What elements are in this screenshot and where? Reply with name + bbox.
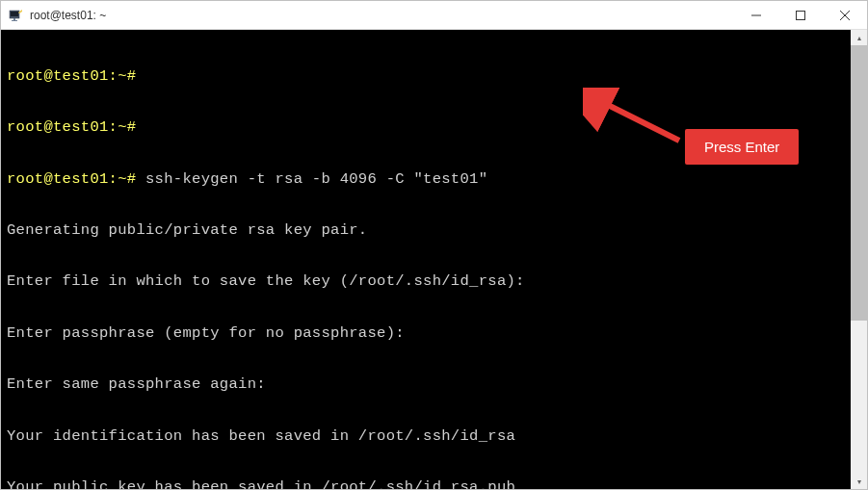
annotation-callout: Press Enter xyxy=(606,90,799,165)
scrollbar-thumb[interactable] xyxy=(851,45,867,321)
putty-icon xyxy=(9,8,24,23)
svg-rect-5 xyxy=(797,11,805,19)
svg-rect-3 xyxy=(12,20,17,21)
svg-rect-1 xyxy=(11,12,18,16)
vertical-scrollbar[interactable]: ▴ ▾ xyxy=(851,30,867,489)
titlebar[interactable]: root@test01: ~ xyxy=(1,1,867,30)
output-line: Generating public/private rsa key pair. xyxy=(7,222,861,240)
maximize-button[interactable] xyxy=(778,1,823,29)
command-text: ssh-keygen -t rsa -b 4096 -C "test01" xyxy=(136,170,487,188)
window-controls xyxy=(734,1,867,29)
svg-line-9 xyxy=(600,101,679,141)
prompt: root@test01:~# xyxy=(7,118,136,136)
output-line: Enter same passphrase again: xyxy=(7,376,861,394)
minimize-button[interactable] xyxy=(734,1,778,29)
scroll-up-button[interactable]: ▴ xyxy=(851,30,867,45)
output-line: Enter file in which to save the key (/ro… xyxy=(7,273,861,291)
prompt: root@test01:~# xyxy=(7,170,136,188)
output-line: Your public key has been saved in /root/… xyxy=(7,479,861,489)
scroll-down-button[interactable]: ▾ xyxy=(851,474,867,489)
annotation-arrow-icon xyxy=(583,88,698,155)
svg-rect-2 xyxy=(13,18,15,20)
close-button[interactable] xyxy=(823,1,867,29)
annotation-label: Press Enter xyxy=(685,129,799,165)
output-line: Enter passphrase (empty for no passphras… xyxy=(7,325,861,343)
titlebar-left: root@test01: ~ xyxy=(9,8,106,23)
app-window: root@test01: ~ root@test01:~# root@test0… xyxy=(0,0,868,490)
prompt: root@test01:~# xyxy=(7,67,136,85)
output-line: Your identification has been saved in /r… xyxy=(7,428,861,446)
window-title: root@test01: ~ xyxy=(30,9,106,22)
